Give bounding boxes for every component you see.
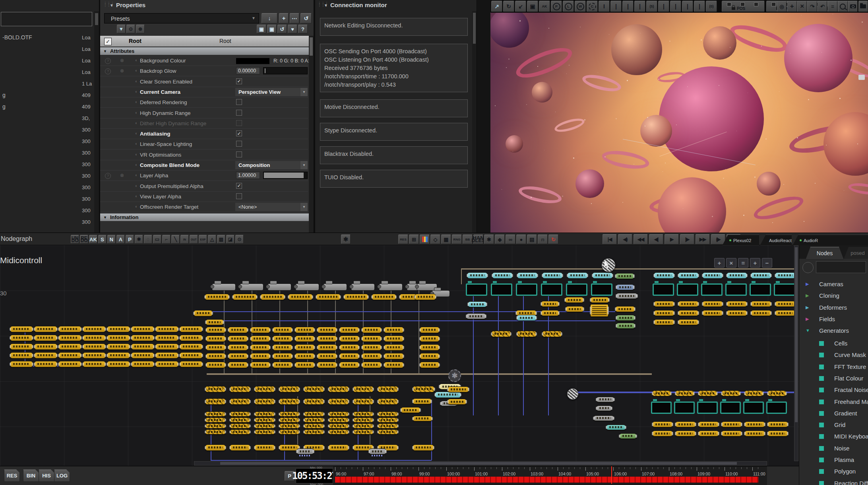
node[interactable] <box>702 272 723 279</box>
node[interactable] <box>205 386 226 392</box>
equalize-icon[interactable]: = <box>828 1 837 12</box>
preset-reset-button[interactable]: ↺ <box>300 13 312 23</box>
viewport-render[interactable] <box>490 13 868 233</box>
node[interactable] <box>378 398 398 405</box>
node[interactable] <box>58 326 81 332</box>
revert-icon[interactable]: ↺ <box>277 25 287 33</box>
gear-icon[interactable]: ✱ <box>135 235 143 244</box>
tick-icon[interactable]: | <box>634 1 645 12</box>
play-button[interactable]: ▶ <box>665 234 679 244</box>
node[interactable] <box>491 331 511 337</box>
connection-scrollbar[interactable] <box>472 11 477 233</box>
node[interactable] <box>155 361 178 367</box>
node[interactable] <box>131 326 154 332</box>
duplicate-icon[interactable]: ▣ <box>527 1 538 12</box>
checkbox[interactable] <box>236 141 242 147</box>
node[interactable] <box>155 343 178 350</box>
collapse-icon[interactable]: ▼ <box>110 3 114 8</box>
node[interactable] <box>34 335 57 341</box>
node[interactable] <box>362 362 382 368</box>
snap-a-button[interactable]: A <box>116 235 125 244</box>
node[interactable] <box>205 398 226 405</box>
snapshot-icon[interactable] <box>848 1 858 12</box>
node[interactable] <box>616 284 634 290</box>
presets-dropdown[interactable]: Presets ▼ <box>104 13 259 23</box>
go-start-button[interactable]: |◀ <box>603 234 617 244</box>
node[interactable] <box>317 362 337 368</box>
pin-node[interactable] <box>296 448 314 454</box>
node[interactable] <box>230 444 250 451</box>
chevron-icon[interactable]: ▼ <box>806 328 810 333</box>
node[interactable] <box>180 335 203 341</box>
hatch-icon[interactable]: ▨ <box>217 235 225 244</box>
node[interactable] <box>378 417 398 423</box>
keyframe-icon[interactable]: ◐ <box>135 68 138 73</box>
node[interactable] <box>34 352 57 359</box>
node[interactable] <box>384 353 404 359</box>
node[interactable] <box>615 273 634 279</box>
null-node[interactable] <box>567 388 578 400</box>
node[interactable] <box>353 411 374 417</box>
scale-icon[interactable]: × <box>797 1 807 12</box>
node[interactable] <box>344 294 368 300</box>
link-step-icon[interactable]: ⌐ <box>162 235 170 244</box>
refresh-icon[interactable]: ↻ <box>548 235 558 244</box>
checkbox[interactable] <box>236 151 242 157</box>
node[interactable] <box>230 411 250 417</box>
node-type-item[interactable]: Noise <box>799 444 868 454</box>
chevron-icon[interactable]: ▶ <box>806 305 809 310</box>
node[interactable] <box>751 301 771 307</box>
node[interactable] <box>362 336 382 342</box>
camera-node[interactable] <box>351 283 375 291</box>
playhead[interactable] <box>611 466 612 484</box>
node[interactable] <box>413 398 432 404</box>
alert-icon[interactable]: (!) <box>538 235 548 244</box>
node[interactable] <box>279 411 300 417</box>
node[interactable] <box>205 444 226 451</box>
node[interactable] <box>654 310 674 316</box>
layer-tab-audior[interactable]: AudioR <box>792 235 868 246</box>
node[interactable] <box>353 417 374 423</box>
node-type-item[interactable]: FFT Texture <box>799 363 868 372</box>
tick-icon[interactable]: | <box>694 1 705 12</box>
peak-icon[interactable]: △ <box>208 235 216 244</box>
node[interactable] <box>362 353 382 359</box>
lasso-select-icon[interactable]: ◌ <box>144 235 152 244</box>
preset-load-button[interactable]: ↓ <box>262 13 277 23</box>
node[interactable] <box>58 352 81 359</box>
node[interactable] <box>83 343 106 350</box>
file-filter-input[interactable] <box>1 12 92 26</box>
node[interactable] <box>353 398 374 405</box>
scale-vector-icon[interactable]: ↙ <box>515 1 526 12</box>
video-node[interactable] <box>766 402 787 414</box>
target-icon[interactable]: ◎ <box>777 1 787 12</box>
node[interactable] <box>328 444 349 451</box>
grid-icon[interactable]: ⊞ <box>409 235 419 244</box>
node[interactable] <box>596 405 612 411</box>
rotate-icon[interactable]: ↻ <box>503 1 514 12</box>
list-item[interactable]: 300 <box>0 126 93 134</box>
node[interactable] <box>744 390 763 396</box>
interval-0-icon[interactable]: (0) <box>706 1 717 12</box>
node[interactable] <box>698 431 719 436</box>
pin-node[interactable] <box>369 448 386 454</box>
node[interactable] <box>567 272 588 279</box>
node[interactable] <box>107 343 130 350</box>
res-button[interactable]: RES <box>4 469 20 482</box>
checkbox[interactable] <box>236 120 242 126</box>
node[interactable] <box>155 352 178 359</box>
tick-icon[interactable]: | <box>622 1 634 12</box>
shade-icon[interactable]: ◪ <box>226 235 234 244</box>
position-gizmo-icon[interactable]: P <box>551 1 562 12</box>
node[interactable] <box>205 319 224 325</box>
node[interactable] <box>592 272 613 279</box>
interval-5-icon[interactable]: (5) <box>646 1 657 12</box>
node[interactable] <box>304 386 324 392</box>
list-item[interactable]: Loa <box>0 57 93 65</box>
sidebar-item-fields[interactable]: ▶Fields <box>799 315 868 325</box>
node[interactable] <box>180 343 203 350</box>
node[interactable] <box>467 272 488 279</box>
keyframe-icon[interactable]: ◐ <box>135 173 138 177</box>
keyframe-icon[interactable]: ◐ <box>135 152 138 157</box>
timeline-range-bar[interactable] <box>335 477 758 483</box>
